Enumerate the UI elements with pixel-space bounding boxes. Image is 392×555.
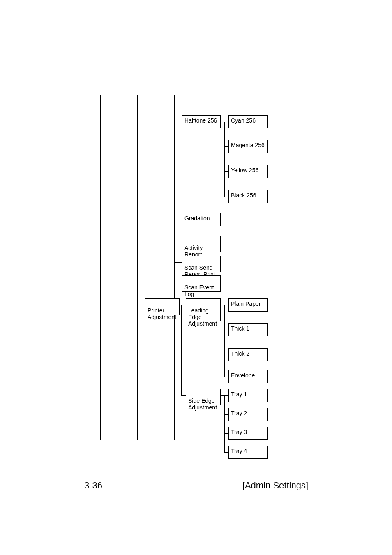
conn-side-edge <box>181 395 186 396</box>
printer-adj-children-vline-ext <box>181 377 182 395</box>
footer-rule <box>84 476 308 476</box>
side-edge-adjustment-label: Side Edge Adjustment <box>188 398 217 411</box>
thick-2-box: Thick 2 <box>228 348 268 361</box>
activity-report-box: Activity Report <box>182 236 221 252</box>
trunk-line-3 <box>174 95 175 440</box>
plain-paper-label: Plain Paper <box>231 301 261 307</box>
envelope-label: Envelope <box>231 372 255 379</box>
cyan-256-label: Cyan 256 <box>231 117 256 124</box>
black-256-label: Black 256 <box>231 192 256 199</box>
trunk-line-2 <box>137 95 138 440</box>
conn-black <box>224 197 228 197</box>
halftone-256-label: Halftone 256 <box>184 117 217 124</box>
plain-paper-box: Plain Paper <box>228 298 268 312</box>
scan-send-report-print-box: Scan Send Report Print <box>182 256 221 272</box>
conn-halftone <box>174 122 182 122</box>
tray-1-label: Tray 1 <box>231 391 247 398</box>
printer-adj-children-vline <box>181 305 182 377</box>
printer-adjustment-box: Printer Adjustment <box>145 298 180 315</box>
gradation-label: Gradation <box>184 215 210 222</box>
conn-plain-paper <box>224 305 228 305</box>
conn-thick-2 <box>224 355 228 355</box>
conn-printer-adj <box>137 305 145 305</box>
cyan-256-box: Cyan 256 <box>228 115 268 128</box>
magenta-256-label: Magenta 256 <box>231 142 265 148</box>
conn-yellow <box>224 171 228 172</box>
conn-activity <box>174 243 182 243</box>
gradation-box: Gradation <box>182 213 221 226</box>
side-edge-children-vline-ext <box>224 429 225 452</box>
side-edge-adjustment-box: Side Edge Adjustment <box>186 389 221 405</box>
conn-tray-1 <box>224 395 228 396</box>
scan-event-log-label: Scan Event Log <box>184 284 214 297</box>
footer-section-title: [Admin Settings] <box>242 480 308 491</box>
scan-event-log-box: Scan Event Log <box>182 275 221 292</box>
page: Halftone 256 Cyan 256 Magenta 256 Yellow… <box>0 0 392 555</box>
tray-4-box: Tray 4 <box>228 446 268 459</box>
tray-1-box: Tray 1 <box>228 389 268 402</box>
trunk-line-1 <box>100 95 101 440</box>
leading-edge-children-vline-ext <box>224 355 225 377</box>
conn-gradation <box>174 220 182 220</box>
conn-envelope <box>224 377 228 377</box>
conn-tray-4 <box>224 452 228 453</box>
tray-3-label: Tray 3 <box>231 429 247 435</box>
side-edge-children-vline <box>224 395 225 429</box>
envelope-box: Envelope <box>228 370 268 383</box>
conn-magenta <box>224 146 228 147</box>
yellow-256-label: Yellow 256 <box>231 167 258 173</box>
thick-1-box: Thick 1 <box>228 323 268 336</box>
tray-3-box: Tray 3 <box>228 427 268 440</box>
conn-tray-2 <box>224 414 228 415</box>
tray-4-label: Tray 4 <box>231 448 247 454</box>
tray-2-box: Tray 2 <box>228 408 268 421</box>
tray-2-label: Tray 2 <box>231 410 247 416</box>
thick-1-label: Thick 1 <box>231 325 249 332</box>
magenta-256-box: Magenta 256 <box>228 140 268 153</box>
leading-edge-adjustment-box: Leading Edge Adjustment <box>186 298 221 321</box>
yellow-256-box: Yellow 256 <box>228 165 268 178</box>
leading-edge-adjustment-label: Leading Edge Adjustment <box>188 307 217 327</box>
printer-adjustment-label: Printer Adjustment <box>148 307 176 320</box>
halftone-256-box: Halftone 256 <box>182 115 221 128</box>
conn-thick-1 <box>224 330 228 330</box>
footer-page-number: 3-36 <box>84 480 102 491</box>
conn-scan-send <box>174 262 182 263</box>
conn-scan-event <box>174 282 182 282</box>
halftone-children-vline <box>224 122 225 197</box>
conn-leading-edge <box>181 305 186 305</box>
thick-2-label: Thick 2 <box>231 350 249 357</box>
conn-cyan <box>224 122 228 122</box>
black-256-box: Black 256 <box>228 190 268 203</box>
conn-tray-3 <box>224 433 228 434</box>
